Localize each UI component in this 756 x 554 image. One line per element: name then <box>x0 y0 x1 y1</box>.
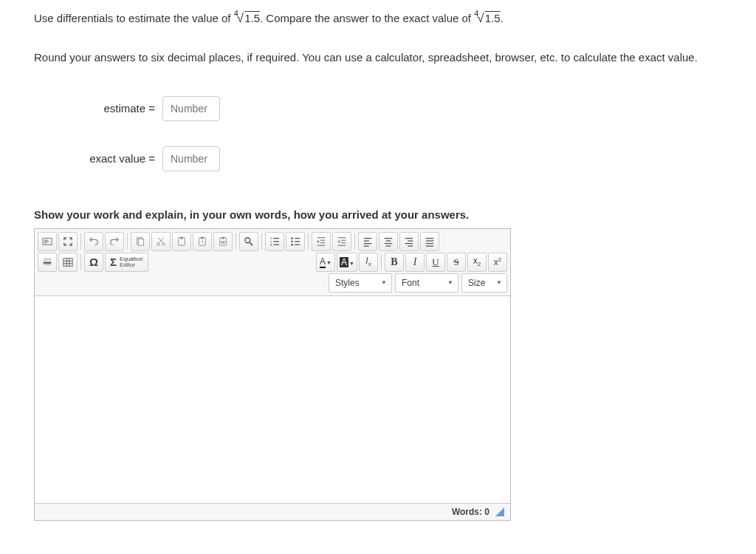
equation-editor-button[interactable]: Σ EquationEditor <box>105 253 148 272</box>
svg-point-27 <box>291 240 293 242</box>
align-center-icon[interactable] <box>379 232 398 251</box>
remove-format-button[interactable]: Ix <box>359 253 378 272</box>
svg-point-6 <box>157 242 160 245</box>
work-prompt: Show your work and explain, in your own … <box>34 208 741 221</box>
text-color-button[interactable]: A▼ <box>316 253 335 272</box>
svg-text:3: 3 <box>270 243 272 247</box>
size-dropdown[interactable]: Size▼ <box>461 273 507 293</box>
exact-input[interactable] <box>162 146 220 171</box>
font-dropdown[interactable]: Font▼ <box>395 273 458 293</box>
q-part3: . <box>501 12 504 24</box>
source-icon[interactable] <box>38 232 57 251</box>
italic-button[interactable]: I <box>405 253 425 272</box>
paste-icon[interactable] <box>172 232 191 251</box>
superscript-button[interactable]: x2 <box>488 253 507 272</box>
instructions: Round your answers to six decimal places… <box>34 49 741 66</box>
q-part1: Use differentials to estimate the value … <box>34 12 234 24</box>
exact-row: exact value = <box>74 146 741 171</box>
resize-grip[interactable] <box>495 507 504 516</box>
subscript-button[interactable]: x2 <box>467 253 487 272</box>
paste-text-icon[interactable]: T <box>193 232 212 251</box>
find-icon[interactable] <box>239 232 258 251</box>
sigma-icon: Σ <box>110 256 117 268</box>
numbered-list-icon[interactable]: 123 <box>265 232 284 251</box>
editor-textarea[interactable] <box>35 296 510 503</box>
bold-button[interactable]: B <box>385 253 404 272</box>
svg-rect-5 <box>138 239 143 245</box>
math-expr-1: 4√1.5 <box>234 12 260 24</box>
svg-rect-11 <box>180 236 183 239</box>
svg-text:W: W <box>221 239 225 244</box>
rich-text-editor: T W 123 Ω Σ EquationEditor <box>34 228 511 521</box>
bullet-list-icon[interactable] <box>286 232 305 251</box>
strike-button[interactable]: S <box>447 253 466 272</box>
undo-icon[interactable] <box>84 232 103 251</box>
paste-word-icon[interactable]: W <box>213 232 233 251</box>
copy-icon[interactable] <box>131 232 150 251</box>
maximize-icon[interactable] <box>58 232 78 251</box>
exact-label: exact value = <box>74 152 155 165</box>
math-expr-2: 4√1.5 <box>474 12 500 24</box>
svg-point-7 <box>162 242 165 245</box>
q-part2: . Compare the answer to the exact value … <box>260 12 474 24</box>
svg-line-19 <box>250 242 252 244</box>
align-justify-icon[interactable] <box>420 232 439 251</box>
svg-point-18 <box>245 237 250 242</box>
special-char-icon[interactable]: Ω <box>84 253 103 272</box>
editor-toolbar: T W 123 Ω Σ EquationEditor <box>35 229 510 296</box>
word-count: Words: 0 <box>452 507 489 517</box>
estimate-row: estimate = <box>74 96 741 121</box>
styles-dropdown[interactable]: Styles▼ <box>329 273 392 293</box>
estimate-input[interactable] <box>162 96 220 121</box>
hr-icon[interactable] <box>38 253 57 272</box>
outdent-icon[interactable] <box>312 232 331 251</box>
svg-text:T: T <box>201 239 204 244</box>
svg-rect-60 <box>63 258 72 266</box>
question-text: Use differentials to estimate the value … <box>34 7 741 28</box>
align-right-icon[interactable] <box>399 232 419 251</box>
indent-icon[interactable] <box>332 232 351 251</box>
redo-icon[interactable] <box>105 232 124 251</box>
bg-color-button[interactable]: A▼ <box>337 253 357 272</box>
cut-icon[interactable] <box>151 232 171 251</box>
svg-point-28 <box>291 244 293 246</box>
underline-button[interactable]: U <box>426 253 445 272</box>
table-icon[interactable] <box>58 253 78 272</box>
svg-point-26 <box>291 237 293 239</box>
svg-line-9 <box>159 237 163 242</box>
estimate-label: estimate = <box>74 102 155 114</box>
svg-line-8 <box>159 237 163 242</box>
align-left-icon[interactable] <box>358 232 377 251</box>
editor-footer: Words: 0 <box>35 503 510 520</box>
